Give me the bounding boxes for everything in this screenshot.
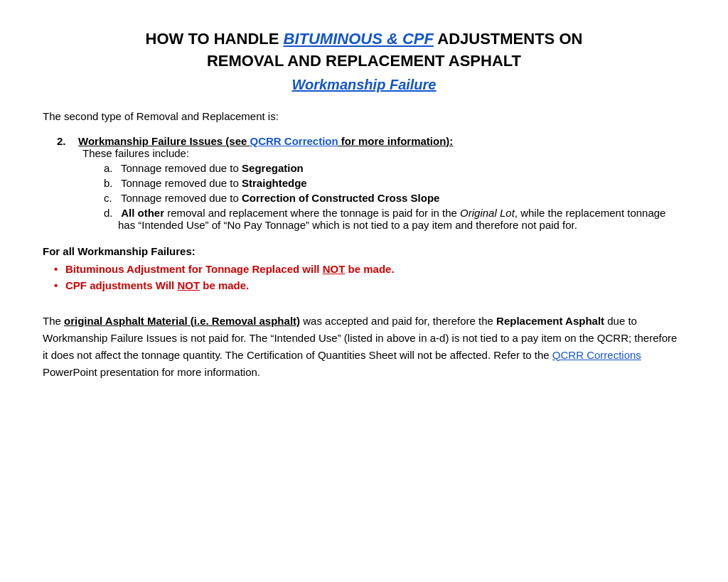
bottom-bold2: Replacement Asphalt (496, 315, 604, 327)
bullet2-not: NOT (177, 279, 200, 291)
workmanship-title: For all Workmanship Failures: (43, 245, 685, 257)
item-c-pre: Tonnage removed due to (121, 192, 242, 204)
item-a-pre: Tonnage removed due to (121, 162, 242, 174)
failure-list: a. Tonnage removed due to Segregation b.… (82, 162, 685, 231)
title-line2: REMOVAL AND REPLACEMENT ASPHALT (207, 52, 521, 70)
letter-a: a. (104, 162, 118, 174)
qcrr-correction-link[interactable]: QCRR Correction (250, 135, 338, 147)
workmanship-bullet-1: Bituminous Adjustment for Tonnage Replac… (54, 263, 685, 275)
page-container: HOW TO HANDLE BITUMINOUS & CPF ADJUSTMEN… (43, 28, 685, 381)
item-a-bold: Segregation (242, 162, 304, 174)
bullet2-pre: CPF adjustments Will (65, 279, 177, 291)
bullet1-post: be made. (345, 263, 394, 275)
bullet1-not: NOT (323, 263, 346, 275)
letter-c: c. (104, 192, 118, 204)
section-2-header-post: for more information): (338, 135, 454, 147)
bullet2-post: be made. (200, 279, 249, 291)
item-d-bold-pre: All other (121, 207, 164, 219)
bottom-paragraph: The original Asphalt Material (i.e. Remo… (43, 313, 685, 381)
qcrr-corrections-link[interactable]: QCRR Corrections (552, 349, 641, 361)
bottom-post3: PowerPoint presentation for more informa… (43, 366, 260, 378)
item-c-bold: Correction of Constructed Cross Slope (242, 192, 439, 204)
bottom-bold-underline: original Asphalt Material (i.e. Removal … (64, 315, 300, 327)
section-2-header-label: Workmanship Failure Issues (see QCRR Cor… (78, 135, 453, 147)
workmanship-bullets: Bituminous Adjustment for Tonnage Replac… (43, 263, 685, 291)
section-2-header-text: Workmanship Failure Issues (see QCRR Cor… (78, 135, 453, 147)
letter-d: d. (104, 207, 118, 219)
subtitle: Workmanship Failure (43, 77, 685, 93)
bottom-pre: The (43, 315, 64, 327)
section-2-header: 2. Workmanship Failure Issues (see QCRR … (57, 135, 685, 147)
item-d-italic: Original Lot (460, 207, 515, 219)
bullet1-pre: Bituminous Adjustment for Tonnage Replac… (65, 263, 323, 275)
section-2-number: 2. (57, 135, 74, 147)
item-d-pre2: removal and replacement where the tonnag… (164, 207, 460, 219)
failure-item-d: d. All other removal and replacement whe… (104, 207, 685, 231)
title-line1-post: ADJUSTMENTS ON (434, 30, 582, 48)
intro-text: The second type of Removal and Replaceme… (43, 110, 685, 122)
section-2: 2. Workmanship Failure Issues (see QCRR … (43, 135, 685, 231)
workmanship-block: For all Workmanship Failures: Bituminous… (43, 245, 685, 291)
title-highlight: BITUMINOUS & CPF (284, 30, 434, 48)
workmanship-bullet-2: CPF adjustments Will NOT be made. (54, 279, 685, 291)
title-line1-pre: HOW TO HANDLE (146, 30, 284, 48)
failure-item-a: a. Tonnage removed due to Segregation (104, 162, 685, 174)
failure-item-b: b. Tonnage removed due to Straightedge (104, 177, 685, 189)
failure-item-c: c. Tonnage removed due to Correction of … (104, 192, 685, 204)
letter-b: b. (104, 177, 118, 189)
failures-include: These failures include: (82, 147, 685, 159)
bottom-para: The original Asphalt Material (i.e. Remo… (43, 313, 685, 381)
section-2-header-pre: Workmanship Failure Issues (see (78, 135, 250, 147)
item-b-pre: Tonnage removed due to (121, 177, 242, 189)
bottom-post1: was accepted and paid for, therefore the (300, 315, 496, 327)
main-title: HOW TO HANDLE BITUMINOUS & CPF ADJUSTMEN… (43, 28, 685, 72)
item-b-bold: Straightedge (242, 177, 307, 189)
section-2-body: These failures include: a. Tonnage remov… (57, 147, 685, 231)
